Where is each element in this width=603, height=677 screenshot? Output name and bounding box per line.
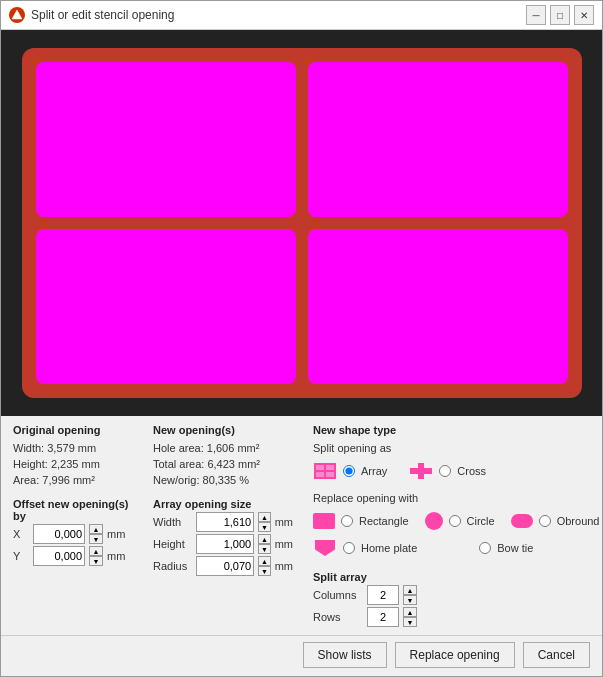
columns-input[interactable] [367,585,399,605]
replace-opening-label: Replace opening with [313,492,593,504]
array-radius-label: Radius [153,560,192,572]
stencil-preview [22,48,582,398]
obround-radio[interactable] [539,515,551,527]
hole-area-value: 1,606 mm² [207,442,260,454]
array-width-unit: mm [275,516,293,528]
columns-down[interactable]: ▼ [403,595,417,605]
array-radius-down[interactable]: ▼ [258,566,270,576]
array-width-input[interactable] [196,512,254,532]
original-area: Area: 7,996 mm² [13,474,133,486]
rect-icon [313,513,335,529]
original-opening-label: Original opening [13,424,133,436]
col-right: New shape type Split opening as Array [313,424,593,629]
array-height-unit: mm [275,538,293,550]
array-radius-input[interactable] [196,556,254,576]
close-button[interactable]: ✕ [574,5,594,25]
obround-label: Obround [557,515,600,527]
offset-y-label: Y [13,550,29,562]
cancel-button[interactable]: Cancel [523,642,590,668]
rows-input[interactable] [367,607,399,627]
homeplate-icon [315,540,335,556]
array-height-up[interactable]: ▲ [258,534,270,544]
hole-area-label: Hole area: [153,442,204,454]
replace-row-1: Rectangle Circle Obround [313,511,593,531]
bottom-panel: Original opening Width: 3,579 mm Height:… [1,416,602,635]
cross-icon [410,463,432,479]
bottom-buttons: Show lists Replace opening Cancel [1,635,602,676]
new-orig-ratio: New/orig: 80,335 % [153,474,293,486]
offset-y-row: Y ▲ ▼ mm [13,546,133,566]
svg-rect-2 [410,468,432,474]
offset-y-input[interactable] [33,546,85,566]
array-radio[interactable] [343,465,355,477]
offset-x-row: X ▲ ▼ mm [13,524,133,544]
bowtie-thumb [449,538,473,558]
new-openings-label: New opening(s) [153,424,293,436]
homeplate-label: Home plate [361,542,417,554]
svg-marker-0 [12,10,22,19]
rows-spinner: ▲ ▼ [403,607,417,627]
offset-y-down[interactable]: ▼ [89,556,103,566]
array-radius-up[interactable]: ▲ [258,556,270,566]
array-width-spinner: ▲ ▼ [258,512,270,532]
title-bar: Split or edit stencil opening ─ □ ✕ [1,1,602,30]
maximize-button[interactable]: □ [550,5,570,25]
array-radius-spinner: ▲ ▼ [258,556,270,576]
replace-row-2: Home plate Bow tie [313,538,593,558]
total-area: Total area: 6,423 mm² [153,458,293,470]
stencil-cell-br [308,229,568,384]
rectangle-radio[interactable] [341,515,353,527]
offset-x-down[interactable]: ▼ [89,534,103,544]
cross-label: Cross [457,465,486,477]
array-width-row: Width ▲ ▼ mm [153,512,293,532]
homeplate-radio[interactable] [343,542,355,554]
array-height-down[interactable]: ▼ [258,544,270,554]
total-area-value: 6,423 mm² [207,458,260,470]
columns-label: Columns [313,589,363,601]
bowtie-radio[interactable] [479,542,491,554]
stencil-cell-tr [308,62,568,217]
cross-radio[interactable] [439,465,451,477]
bowtie-label: Bow tie [497,542,533,554]
original-width: Width: 3,579 mm [13,442,133,454]
offset-x-unit: mm [107,528,125,540]
array-radius-row: Radius ▲ ▼ mm [153,556,293,576]
homeplate-thumb [313,538,337,558]
columns-up[interactable]: ▲ [403,585,417,595]
circle-radio[interactable] [449,515,461,527]
array-label: Array [361,465,387,477]
rect-thumb [313,511,335,531]
replace-opening-button[interactable]: Replace opening [395,642,515,668]
columns-spinner: ▲ ▼ [403,585,417,605]
offset-y-spinner: ▲ ▼ [89,546,103,566]
col-middle: New opening(s) Hole area: 1,606 mm² Tota… [153,424,293,629]
window-title: Split or edit stencil opening [31,8,526,22]
array-width-label: Width [153,516,192,528]
main-window: Split or edit stencil opening ─ □ ✕ Orig… [0,0,603,677]
array-width-down[interactable]: ▼ [258,522,270,532]
offset-x-input[interactable] [33,524,85,544]
array-height-label: Height [153,538,192,550]
rows-up[interactable]: ▲ [403,607,417,617]
array-height-input[interactable] [196,534,254,554]
offset-y-up[interactable]: ▲ [89,546,103,556]
columns-row: Columns ▲ ▼ [313,585,593,605]
orig-width-value: 3,579 mm [47,442,96,454]
ratio-value: 80,335 % [203,474,249,486]
original-height: Height: 2,235 mm [13,458,133,470]
show-lists-button[interactable]: Show lists [303,642,387,668]
rows-row: Rows ▲ ▼ [313,607,593,627]
rows-down[interactable]: ▼ [403,617,417,627]
offset-label: Offset new opening(s) by [13,498,133,522]
offset-x-up[interactable]: ▲ [89,524,103,534]
split-array-label: Split array [313,571,593,583]
array-height-spinner: ▲ ▼ [258,534,270,554]
window-controls: ─ □ ✕ [526,5,594,25]
array-width-up[interactable]: ▲ [258,512,270,522]
minimize-button[interactable]: ─ [526,5,546,25]
array-radius-unit: mm [275,560,293,572]
array-icon [314,463,336,479]
app-icon [9,7,25,23]
rectangle-label: Rectangle [359,515,409,527]
array-thumb [313,461,337,481]
